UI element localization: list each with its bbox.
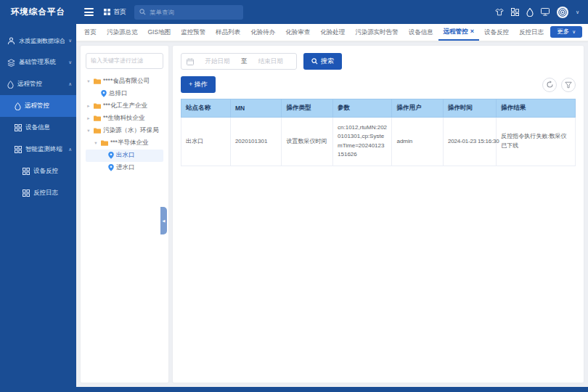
tree-node-bureau[interactable]: ▾ 污染源（水）环保局 [86, 125, 163, 137]
tab-monitor-alert[interactable]: 监控预警 [176, 24, 211, 41]
sidebar-item-device-reverse-control[interactable]: 设备反控 [0, 160, 76, 182]
calendar-icon [187, 58, 194, 65]
tree-node-label: ***化工生产企业 [103, 102, 147, 110]
topbar: 环境综合平台 首页 [0, 0, 588, 24]
tree-node-company[interactable]: ▸ **生物科技企业 [86, 113, 163, 125]
refresh-button[interactable] [542, 78, 557, 92]
topbar-icons: ∨ [495, 7, 579, 18]
sidebar-item-label: 远程管控 [25, 102, 72, 110]
caret-right-icon[interactable]: ▸ [86, 103, 91, 109]
table-tools [542, 78, 576, 92]
col-site-name: 站点名称 [181, 99, 231, 118]
chevron-down-icon: ∨ [68, 38, 72, 44]
tree-node-site-selected[interactable]: 出水口 [86, 150, 163, 162]
layout-icon[interactable] [511, 8, 519, 16]
tree-node-label: ****食品有限公司 [103, 77, 150, 86]
tab-gis-map[interactable]: GIS地图 [143, 24, 176, 41]
chevron-down-icon: ∨ [572, 29, 576, 35]
tab-realtime-alarm[interactable]: 污染源实时告警 [350, 24, 404, 41]
search-button[interactable]: 搜索 [303, 53, 342, 70]
caret-right-icon[interactable]: ▸ [86, 115, 91, 121]
sidebar-item-remote-control-group[interactable]: 远程管控 ∧ [0, 73, 76, 95]
filter-icon [565, 81, 572, 89]
tab-device-info[interactable]: 设备信息 [404, 24, 438, 41]
caret-down-icon[interactable]: ▾ [86, 128, 91, 134]
more-tabs-button[interactable]: 更多 ∨ [550, 26, 582, 38]
chevron-up-icon: ∧ [68, 147, 72, 152]
tree-node-site[interactable]: 进水口 [86, 162, 163, 174]
home-grid-icon [104, 9, 110, 15]
tree-node-company[interactable]: ▾ ****食品有限公司 [86, 75, 163, 88]
col-op-time: 操作时间 [444, 99, 497, 118]
user-avatar[interactable] [557, 7, 568, 18]
sidebar-item-device-info[interactable]: 设备信息 [0, 117, 76, 139]
tree-node-site[interactable]: 总排口 [86, 88, 163, 100]
tab-remote-control[interactable]: 远程管控 × [438, 24, 479, 41]
sidebar-item-reverse-control-log[interactable]: 反控日志 [0, 182, 76, 204]
sidebar-item-smart-terminal[interactable]: 智能监测终端 ∧ [0, 139, 76, 160]
tree-node-label: 污染源（水）环保局 [103, 126, 159, 135]
tree-node-label: **生物科技企业 [103, 114, 145, 123]
tab-reverse-control-log[interactable]: 反控日志 [514, 24, 549, 41]
tab-lab-todo[interactable]: 化验待办 [245, 24, 280, 41]
end-date-input[interactable]: 结束日期 [250, 57, 291, 66]
grid-icon [15, 146, 22, 153]
breadcrumb[interactable]: 首页 [104, 7, 126, 17]
theme-shirt-icon[interactable] [495, 8, 504, 16]
topbar-main: 首页 [76, 0, 588, 24]
tree-node-label: 总排口 [109, 89, 128, 98]
col-op-result: 操作结果 [497, 99, 576, 118]
tab-lab-review[interactable]: 化验审查 [280, 24, 315, 41]
sidebar-item-label: 反控日志 [33, 189, 72, 197]
water-drop-icon[interactable] [526, 8, 534, 17]
tree-filter-input[interactable] [86, 53, 163, 69]
user-chevron-down-icon[interactable]: ∨ [576, 9, 579, 15]
folder-icon [94, 78, 101, 84]
sidebar-item-label: 远程管控 [17, 80, 65, 89]
content-area: ▾ ****食品有限公司 总排口 ▸ ***化工生产企业 ▸ [76, 41, 588, 387]
sidebar-item-basic-management[interactable]: 基础管理系统 ∨ [0, 52, 76, 73]
tree-node-company[interactable]: ▾ ***半导体企业 [86, 137, 163, 150]
sidebar-item-water-quality-analysis[interactable]: 水质监测数据综合分析 ∨ [0, 30, 76, 52]
remote-control-icon [15, 102, 21, 110]
col-op-user: 操作用户 [392, 99, 444, 118]
cell-op-time: 2024-01-23 15:16:30 [444, 118, 497, 166]
operate-button[interactable]: + 操作 [181, 76, 216, 93]
tab-lab-process[interactable]: 化验处理 [315, 24, 350, 41]
date-separator: 至 [241, 57, 248, 66]
filter-row: 开始日期 至 结束日期 搜索 [181, 53, 576, 70]
grid-icon [15, 124, 22, 131]
folder-icon [94, 103, 101, 109]
close-icon[interactable]: × [470, 28, 474, 35]
operate-row: + 操作 [181, 76, 576, 93]
map-pin-icon [108, 164, 114, 171]
reverse-control-log-table: 站点名称 MN 操作类型 参数 操作用户 操作时间 操作结果 出水口 20201… [181, 99, 576, 166]
grid-icon [23, 168, 30, 175]
sidebar-item-remote-control[interactable]: 远程管控 [0, 95, 76, 117]
filter-settings-button[interactable] [561, 78, 576, 92]
menu-search-box[interactable] [134, 5, 243, 20]
cell-op-type: 设置数采仪时间 [282, 118, 333, 166]
tabbar: 首页 污染源总览 GIS地图 监控预警 样品列表 化验待办 化验审查 化验处理 … [76, 24, 588, 41]
table-row[interactable]: 出水口 2020101301 设置数采仪时间 cn:1012,rtuMN:202… [181, 118, 576, 166]
tab-device-reverse-control[interactable]: 设备反控 [479, 24, 514, 41]
caret-down-icon[interactable]: ▾ [93, 140, 99, 146]
tab-pollution-overview[interactable]: 污染源总览 [102, 24, 143, 41]
grid-icon [23, 189, 30, 197]
start-date-input[interactable]: 开始日期 [197, 57, 238, 66]
folder-icon [94, 115, 101, 121]
tree-collapse-handle[interactable]: ◀ [160, 207, 167, 234]
tree-node-company[interactable]: ▸ ***化工生产企业 [86, 100, 163, 113]
tab-sample-list[interactable]: 样品列表 [211, 24, 245, 41]
main-panel: 开始日期 至 结束日期 搜索 + 操作 [173, 46, 584, 383]
hamburger-menu-icon[interactable] [82, 6, 96, 18]
chevron-down-icon: ∨ [68, 60, 72, 65]
cell-site-name: 出水口 [181, 118, 231, 166]
cell-op-user: admin [392, 118, 444, 166]
caret-down-icon[interactable]: ▾ [86, 78, 91, 84]
tab-home[interactable]: 首页 [79, 24, 102, 41]
monitor-icon[interactable] [541, 8, 550, 16]
menu-search-input[interactable] [150, 9, 238, 16]
date-range-picker[interactable]: 开始日期 至 结束日期 [181, 53, 297, 70]
refresh-icon [546, 81, 554, 89]
